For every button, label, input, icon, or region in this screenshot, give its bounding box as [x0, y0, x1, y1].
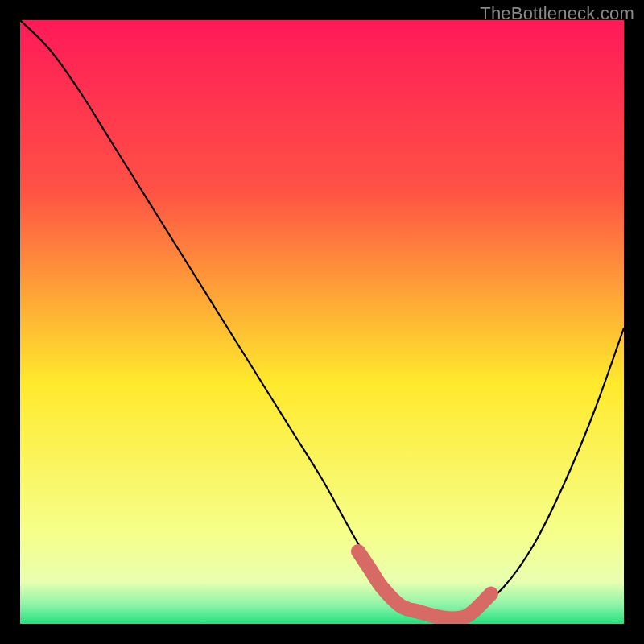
chart-frame: TheBottleneck.com [0, 0, 644, 644]
gradient-background [20, 20, 624, 624]
plot-area [20, 20, 624, 624]
bottleneck-chart [20, 20, 624, 624]
